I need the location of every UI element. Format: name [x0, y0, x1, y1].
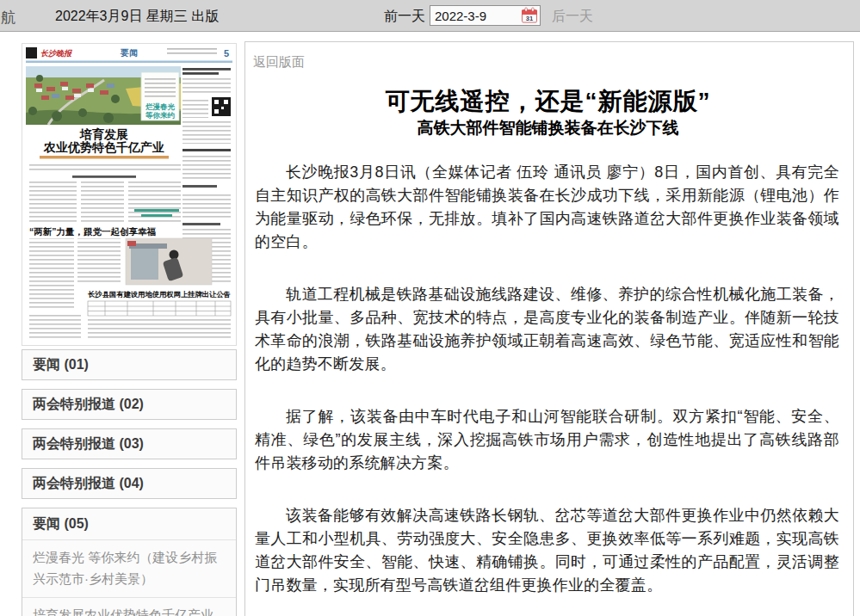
thumb-notice-headline: 长沙县国有建设用地使用权网上挂牌出让公告 — [88, 290, 231, 299]
calendar-day-number: 31 — [526, 15, 533, 22]
thumb-page-number: 5 — [224, 48, 229, 59]
current-section-box: 要闻 (05) 烂漫春光 等你来约（建设乡村振兴示范市·乡村美景）培育发展农业优… — [22, 508, 237, 616]
sidebar-section[interactable]: 要闻 (01) — [22, 349, 237, 380]
sidebar-article-link[interactable]: 烂漫春光 等你来约（建设乡村振兴示范市·乡村美景） — [22, 539, 236, 597]
article-paragraph: 轨道工程机械是铁路基础设施线路建设、维修、养护的综合性机械化施工装备，具有小批量… — [255, 283, 839, 376]
svg-text:培育发展: 培育发展 — [79, 127, 128, 141]
nav-label-partial: 航 — [1, 8, 15, 28]
article-title: 可无线遥控，还是“新能源版” — [253, 88, 843, 115]
article-paragraph: 据了解，该装备由中车时代电子和山河智能联合研制。双方紧扣“智能、安全、精准、绿色… — [255, 405, 839, 475]
publish-date-label: 2022年3月9日 星期三 出版 — [55, 8, 219, 26]
article-paragraph: 长沙晚报3月8日讯（全媒体记者 伍玲 通讯员 廖宁）8日，国内首创、具有完全自主… — [255, 161, 839, 254]
thumb-teal-line1: 烂漫春光 — [145, 102, 176, 111]
sidebar: 长沙晚报 要闻 5 — [22, 43, 237, 616]
calendar-icon[interactable]: 31 — [521, 7, 538, 24]
thumb-worker-photo — [126, 238, 212, 285]
thumb-aerial-photo: 烂漫春光 等你来约 — [26, 66, 181, 125]
article-subtitle: 高铁大部件智能铺换装备在长沙下线 — [253, 119, 843, 138]
article-body: 长沙晚报3月8日讯（全媒体记者 伍玲 通讯员 廖宁）8日，国内首创、具有完全自主… — [253, 161, 843, 616]
thumb-masthead: 长沙晚报 — [40, 49, 72, 58]
article-paragraph: 该装备能够有效解决高速铁路长钢轨、岔芯等道岔大部件更换作业中仍然依赖大量人工和小… — [255, 504, 839, 597]
current-section-articles: 烂漫春光 等你来约（建设乡村振兴示范市·乡村美景）培育发展农业优势特色千亿产业 — [22, 539, 236, 616]
thumb-page-title: 要闻 — [120, 48, 138, 58]
thumb-qr-code — [212, 97, 231, 116]
svg-text:农业优势特色千亿产业: 农业优势特色千亿产业 — [43, 140, 164, 154]
prev-day-link[interactable]: 前一天 — [384, 8, 425, 26]
sidebar-section[interactable]: 两会特别报道 (04) — [22, 468, 237, 499]
sidebar-article-link[interactable]: 培育发展农业优势特色千亿产业 — [22, 597, 236, 616]
date-field-wrap: 31 — [430, 5, 541, 26]
thumb-teal-line2: 等你来约 — [145, 111, 176, 120]
thumb-sub-headline: “两新”力量，跟党一起创享幸福 — [29, 226, 157, 237]
back-to-page-link[interactable]: 返回版面 — [253, 54, 305, 71]
newspaper-thumbnail[interactable]: 长沙晚报 要闻 5 — [22, 43, 237, 346]
top-toolbar: 航 2022年3月9日 星期三 出版 前一天 31 后一天 — [0, 0, 860, 32]
next-day-link[interactable]: 后一天 — [552, 8, 593, 26]
newspaper-page-preview: 长沙晚报 要闻 5 — [22, 44, 236, 345]
sidebar-section-current[interactable]: 要闻 (05) — [22, 508, 236, 539]
date-input[interactable] — [430, 9, 521, 23]
sidebar-section[interactable]: 两会特别报道 (02) — [22, 389, 237, 420]
article-panel: 返回版面 可无线遥控，还是“新能源版” 高铁大部件智能铺换装备在长沙下线 长沙晚… — [244, 41, 854, 616]
sidebar-section[interactable]: 两会特别报道 (03) — [22, 428, 237, 459]
section-list: 要闻 (01)两会特别报道 (02)两会特别报道 (03)两会特别报道 (04) — [22, 349, 237, 499]
